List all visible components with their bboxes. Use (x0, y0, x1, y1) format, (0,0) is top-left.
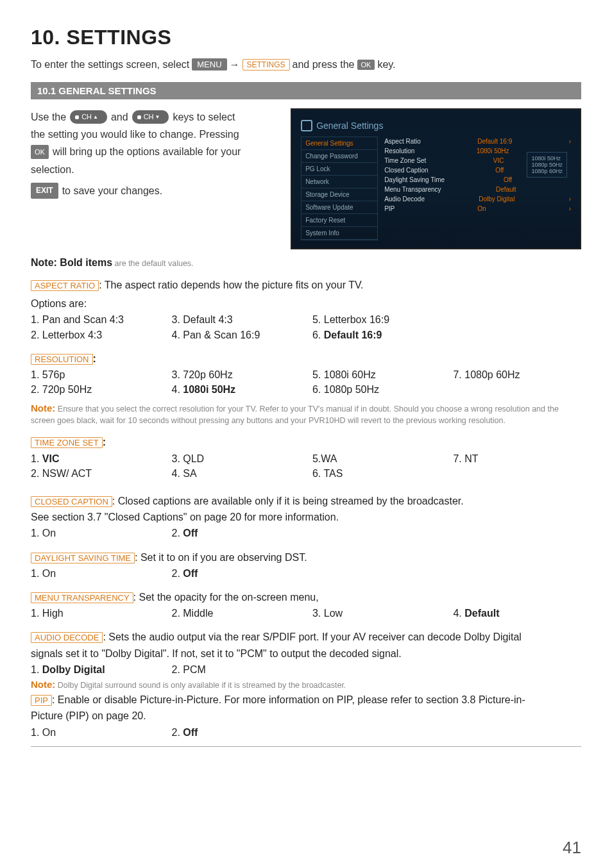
txt: selection. (31, 161, 278, 178)
ch-down-icon: CH▼ (132, 110, 169, 124)
ok-badge: OK (357, 60, 375, 70)
cc-ref: See section 3.7 "Closed Captions" on pag… (31, 510, 581, 524)
footer-rule (31, 746, 581, 747)
resolution-options: 1. 576p 2. 720p 50Hz 3. 720p 60Hz 4. 108… (31, 367, 581, 397)
resolution-label: RESOLUTION (31, 354, 93, 365)
aspect-options: 1. Pan and Scan 4:3 2. Letterbox 4:3 3. … (31, 312, 581, 342)
ad-label: AUDIO DECODE (31, 632, 103, 643)
tv-popup: 1080i 50Hz 1080p 50Hz 1080p 60Hz (527, 152, 567, 178)
ok-badge-2: OK (31, 145, 49, 160)
tv-screenshot: General Settings General Settings Change… (291, 108, 581, 249)
aspect-ratio-label: ASPECT RATIO (31, 280, 99, 291)
txt: and (111, 108, 128, 126)
instruction-text: Use the CH▲ and CH▼ keys to select the s… (31, 108, 278, 249)
tv-sidebar-item: Change Password (302, 150, 377, 163)
ad-note: Note: Dolby Digital surround sound is on… (31, 678, 581, 691)
tv-sidebar-item: Software Update (302, 201, 377, 214)
aspect-ratio-block: ASPECT RATIO: The aspect ratio depends h… (31, 278, 581, 292)
tv-sidebar: General Settings Change Password PG Lock… (301, 137, 378, 240)
pip-line2: Picture (PIP) on page 20. (31, 708, 581, 723)
ch-up-icon: CH▲ (70, 110, 107, 124)
tv-sidebar-item: General Settings (302, 137, 377, 150)
txt: the setting you would like to change. Pr… (31, 126, 278, 143)
tv-sidebar-item: Storage Device (302, 188, 377, 201)
mt-options: 1. High 2. Middle 3. Low 4. Default (31, 606, 581, 621)
pip-block: PIP: Enable or disable Picture-in-Pictur… (31, 692, 581, 707)
pip-label: PIP (31, 695, 52, 706)
settings-badge: SETTINGS (242, 59, 290, 71)
ad-block: AUDIO DECODE: Sets the audio output via … (31, 630, 581, 644)
txt: to save your changes. (62, 182, 163, 199)
ad-options: 1. Dolby Digital 2. PCM (31, 662, 581, 677)
timezone-block: TIME ZONE SET: (31, 435, 581, 449)
timezone-options: 1. VIC 2. NSW/ ACT 3. QLD 4. SA 5.WA 6. … (31, 451, 581, 481)
pip-options: 1. On 2. Off (31, 725, 581, 740)
resolution-note: Note: Ensure that you select the correct… (31, 402, 581, 426)
intro-text-1: To enter the settings screen, select (31, 59, 189, 71)
dst-block: DAYLIGHT SAVING TIME: Set it to on if yo… (31, 550, 581, 565)
txt: Use the (31, 108, 66, 126)
options-head: Options are: (31, 296, 581, 311)
mt-block: MENU TRANSPARENCY: Set the opacity for t… (31, 590, 581, 605)
ad-line2: signals set it to "Dolby Digital". If no… (31, 646, 581, 661)
intro-line: To enter the settings screen, select MEN… (31, 58, 581, 71)
page-heading: 10. SETTINGS (31, 26, 581, 49)
dst-label: DAYLIGHT SAVING TIME (31, 553, 135, 563)
tv-sidebar-item: Network (302, 176, 377, 188)
bold-items-note: Note: Bold items are the default values. (31, 257, 581, 269)
menu-badge: MENU (192, 58, 226, 71)
cc-label: CLOSED CAPTION (31, 496, 112, 507)
tv-sidebar-item: System Info (302, 227, 377, 240)
intro-text-2: and press the (293, 59, 355, 71)
timezone-label: TIME ZONE SET (31, 437, 103, 448)
tv-sidebar-item: PG Lock (302, 163, 377, 176)
exit-badge: EXIT (31, 183, 58, 198)
tv-sidebar-item: Factory Reset (302, 214, 377, 227)
tv-title: General Settings (301, 120, 571, 131)
section-bar: 10.1 GENERAL SETTINGS (31, 82, 581, 99)
resolution-block: RESOLUTION: (31, 351, 581, 366)
dst-options: 1. On 2. Off (31, 566, 581, 581)
arrow-icon: → (230, 59, 240, 71)
cc-options: 1. On 2. Off (31, 526, 581, 540)
intro-text-3: key. (377, 59, 395, 71)
mt-label: MENU TRANSPARENCY (31, 592, 133, 603)
page-number: 41 (563, 838, 581, 858)
cc-block: CLOSED CAPTION: Closed captions are avai… (31, 494, 581, 508)
txt: keys to select (173, 108, 235, 126)
txt: will bring up the options available for … (53, 143, 241, 160)
